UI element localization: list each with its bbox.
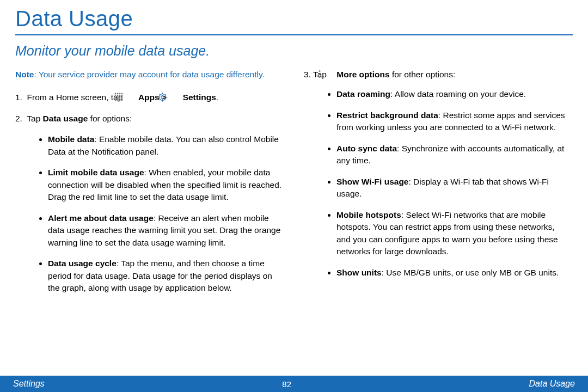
svg-point-8 <box>114 97 116 99</box>
svg-line-25 <box>160 100 160 100</box>
step-2-bold: Data usage <box>43 114 88 123</box>
svg-point-27 <box>319 73 321 75</box>
step-3-num: 3. <box>304 70 311 79</box>
list-item: Auto sync data: Synchronize with account… <box>336 143 573 167</box>
list-item: Alert me about data usage: Receive an al… <box>48 212 284 249</box>
page-title: Data Usage <box>15 7 573 35</box>
step-1-settings: Settings <box>183 93 216 102</box>
svg-point-11 <box>121 97 122 99</box>
settings-gear-icon <box>170 93 179 102</box>
step-3-post: for other options: <box>390 70 456 79</box>
footer-section-right: Data Usage <box>529 379 575 389</box>
svg-point-26 <box>319 70 321 72</box>
footer-section-left: Settings <box>13 379 45 389</box>
list-item: Show Wi-Fi usage: Display a Wi-Fi tab th… <box>336 176 573 200</box>
step-2-pre-b: for options: <box>88 114 132 123</box>
step-1: 1. From a Home screen, tap Apps <box>15 91 284 103</box>
note-body: : Your service provider may account for … <box>34 70 264 79</box>
svg-line-24 <box>165 94 166 95</box>
svg-point-17 <box>161 96 164 99</box>
footer-page-number: 82 <box>282 379 291 389</box>
more-options-icon <box>329 70 335 78</box>
step-3-bold: More options <box>336 70 389 79</box>
svg-point-10 <box>119 97 120 99</box>
term: Data usage cycle <box>48 259 117 268</box>
list-item: Mobile hotspots: Select Wi-Fi networks t… <box>336 209 573 258</box>
svg-point-2 <box>119 93 120 95</box>
list-item: Mobile data: Enable mobile data. You can… <box>48 133 284 158</box>
svg-point-1 <box>117 93 118 95</box>
step-1-num: 1. <box>15 93 22 102</box>
note-text: Note: Your service provider may account … <box>15 69 284 81</box>
list-item: Restrict background data: Restrict some … <box>336 109 573 134</box>
term: Mobile hotspots <box>336 210 401 219</box>
svg-point-6 <box>119 95 120 97</box>
page-subtitle: Monitor your mobile data usage. <box>15 43 573 59</box>
svg-point-14 <box>119 100 120 101</box>
svg-point-3 <box>121 93 122 95</box>
note-label: Note <box>15 70 34 79</box>
step-2-num: 2. <box>15 114 22 123</box>
left-column: Note: Your service provider may account … <box>15 69 284 295</box>
svg-point-15 <box>121 100 122 101</box>
list-item: Limit mobile data usage: When enabled, y… <box>48 167 284 203</box>
list-item: Data usage cycle: Tap the menu, and then… <box>48 258 284 294</box>
term: Auto sync data <box>336 144 397 153</box>
left-bullet-list: Mobile data: Enable mobile data. You can… <box>15 133 284 294</box>
right-column: 3. Tap More options for other options: D… <box>304 69 573 295</box>
term: Limit mobile data usage <box>48 168 144 177</box>
svg-point-16 <box>160 94 166 101</box>
svg-point-9 <box>117 97 118 99</box>
list-item: Show units: Use MB/GB units, or use only… <box>336 267 573 279</box>
svg-point-5 <box>117 95 118 97</box>
desc: : Use MB/GB units, or use only MB or GB … <box>382 268 559 277</box>
term: Restrict background data <box>336 111 438 120</box>
term: Data roaming <box>336 89 390 99</box>
page-footer: Settings 82 Data Usage <box>0 376 588 392</box>
svg-point-13 <box>117 100 118 101</box>
term: Alert me about data usage <box>48 213 154 223</box>
step-1-pre: From a Home screen, tap <box>27 93 125 102</box>
svg-point-4 <box>114 95 116 97</box>
list-item: Data roaming: Allow data roaming on your… <box>336 88 573 100</box>
term: Mobile data <box>48 134 94 144</box>
step-2-pre-a: Tap <box>27 114 42 123</box>
svg-point-28 <box>319 76 321 78</box>
svg-point-0 <box>114 93 116 95</box>
step-2: 2. Tap Data usage for options: <box>15 113 284 125</box>
right-bullet-list: Data roaming: Allow data roaming on your… <box>304 88 573 279</box>
svg-point-7 <box>121 95 122 97</box>
svg-line-23 <box>165 100 166 100</box>
term: Show Wi-Fi usage <box>336 177 408 186</box>
step-1-post: . <box>216 93 218 102</box>
apps-grid-icon <box>126 93 135 101</box>
svg-point-12 <box>114 100 116 101</box>
content-columns: Note: Your service provider may account … <box>15 69 573 295</box>
desc: : Allow data roaming on your device. <box>390 89 526 99</box>
svg-line-22 <box>160 94 160 95</box>
term: Show units <box>336 268 382 277</box>
step-3: 3. Tap More options for other options: <box>304 69 573 81</box>
